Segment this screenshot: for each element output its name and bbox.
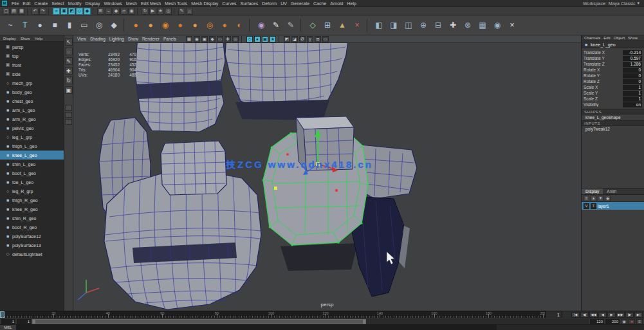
outliner-menu-help[interactable]: Help [33,37,44,41]
shelf-combine-icon[interactable]: ◨ [387,19,400,32]
move-tool[interactable]: ✚ [65,67,73,75]
paint-select-tool[interactable]: ✎ [65,57,73,65]
shelf-arnold-flat-icon[interactable]: ◐ [233,19,246,32]
shelf-arnold-volume-icon[interactable]: ◎ [203,19,216,32]
outliner-item[interactable]: ■arm_R_geo [0,115,64,124]
channel-value[interactable]: 1.286 [623,62,642,67]
layer-type-toggle[interactable]: T [591,203,596,209]
step-forward-key-button[interactable]: ▶▶ [616,312,625,318]
shapes-section-header[interactable]: SHAPES [582,109,644,115]
pt-grid-icon[interactable]: ⊞ [315,36,321,42]
outliner-item[interactable]: ■thigh_L_geo [0,142,64,151]
pt-select-camera-icon[interactable]: ▦ [186,36,192,42]
shelf-arnold-sphere-icon[interactable]: ● [129,19,142,32]
outliner-item[interactable]: ■shin_L_geo [0,160,64,169]
pt-exposure-icon[interactable]: Ø [299,36,306,42]
shelf-plane-icon[interactable]: ▭ [78,19,91,32]
selection-mask-handles-icon[interactable]: ◇ [76,8,83,15]
layout-single-pane[interactable] [65,105,72,111]
playback-speed-icon[interactable]: ◉ [621,319,627,324]
shelf-sphere-icon[interactable]: ● [33,19,46,32]
shape-node-label[interactable]: knee_L_geoShape [582,115,644,120]
undo-icon[interactable]: ↶ [32,8,39,15]
menu-display[interactable]: Display [83,1,102,6]
channel-box-menu-object[interactable]: Object [612,36,626,40]
vertex-marker-red[interactable] [335,189,338,192]
channel-value[interactable]: 1 [623,96,642,102]
menu-edit[interactable]: Edit [21,1,32,6]
menu-select[interactable]: Select [50,1,66,6]
selection-mask-joints-icon[interactable]: ◆ [84,8,91,15]
shelf-joint-icon[interactable]: ◉ [255,19,268,32]
outliner-item[interactable]: ○mech_grp [0,78,64,87]
pt-wireframe-icon[interactable]: ◇ [246,36,253,42]
outliner-item[interactable]: ▣side [0,69,64,78]
outliner-item[interactable]: ■knee_L_geo [0,151,64,160]
pt-camera-attributes-icon[interactable]: ▣ [201,36,208,42]
pt-oversampling-icon[interactable]: ◎ [232,36,239,42]
shelf-arnold-area-light-icon[interactable]: ● [144,19,157,32]
input-node-label[interactable]: polyTweak12 [582,126,644,132]
pt-resolution-gate-icon[interactable]: ▭ [322,36,329,42]
outliner-menu-show[interactable]: Show [19,37,32,41]
range-slider-bar[interactable] [32,319,589,324]
go-to-start-button[interactable]: |◀ [571,312,580,318]
scale-tool[interactable]: ▣ [65,86,73,94]
menu-file[interactable]: File [10,1,21,6]
step-back-frame-button[interactable]: ◀| [580,312,589,318]
command-line-input[interactable] [17,325,496,330]
menu-windows[interactable]: Windows [102,1,124,6]
select-by-object-icon[interactable]: ▣ [60,8,68,15]
range-slider-inner[interactable] [32,319,366,324]
move-layer-up-icon[interactable]: ▲ [591,196,596,201]
outliner-item[interactable]: ■thigh_R_geo [0,196,64,205]
paint-effects-icon[interactable]: ✎ [178,8,185,15]
pt-gamma-icon[interactable]: γ [307,36,313,42]
channel-value[interactable]: 0 [623,73,642,78]
channel-value[interactable]: 0 [623,68,642,73]
render-current-frame-icon[interactable]: ★ [157,8,164,15]
channel-box-menu-show[interactable]: Show [627,36,639,40]
save-scene-icon[interactable]: ▦ [18,8,25,15]
command-language-toggle[interactable]: MEL [0,325,17,330]
outliner-item[interactable]: ■polySurface13 [0,241,64,250]
pt-isolate-select-icon[interactable]: ◩ [284,36,290,42]
shelf-cluster-icon[interactable]: ◇ [306,19,319,32]
channel-value[interactable]: 0 [623,79,642,84]
channel-value[interactable]: 0.597 [623,56,642,61]
shelf-curves-icon[interactable]: ~ [4,19,17,32]
timeline-ticks[interactable]: 20406080100120140160180200 [0,311,545,318]
ipr-render-icon[interactable]: ◎ [165,8,172,15]
shelf-pen-icon[interactable]: ✎ [270,19,282,32]
outliner-item[interactable]: ■toe_L_geo [0,178,64,187]
auto-key-icon[interactable]: ● [629,319,635,324]
lasso-tool[interactable]: ◌ [65,48,73,55]
menu-surfaces[interactable]: Surfaces [239,1,261,6]
channel-value[interactable]: -0.214 [623,50,642,55]
outliner-item[interactable]: ■pelvis_geo [0,124,64,133]
outliner-item[interactable]: ▣persp [0,42,64,51]
mesh-side-flap[interactable] [359,145,417,199]
shelf-extrude-icon[interactable]: ⊕ [417,19,430,32]
range-handle-right[interactable] [363,320,365,324]
shelf-target-weld-icon[interactable]: ⊗ [461,19,474,32]
pt-textured-icon[interactable]: ▣ [262,36,268,42]
outliner-menu-display[interactable]: Display [1,37,18,41]
shelf-arnold-skydome-icon[interactable]: ◉ [159,19,172,32]
channel-box-object-name[interactable]: ■ knee_L_geo [582,41,644,48]
channel-value[interactable]: on [623,102,642,107]
layer-row[interactable]: VTlayer1 [582,202,644,210]
vertex-marker-red-2[interactable] [286,153,289,156]
outliner-item[interactable]: ■boot_R_geo [0,223,64,232]
menu-deform[interactable]: Deform [260,1,279,6]
pt-shaded-icon[interactable]: ● [254,36,261,42]
shelf-lattice-icon[interactable]: ⊞ [321,19,334,32]
layers-options-icon[interactable]: ≡ [584,196,589,201]
step-forward-frame-button[interactable]: |▶ [625,312,634,318]
outliner-item[interactable]: ▣top [0,51,64,60]
select-by-hierarchy-icon[interactable]: ≡ [53,8,60,15]
shelf-wrap-icon[interactable]: ▲ [336,19,349,32]
snap-to-point-icon[interactable]: ◆ [113,8,120,15]
layer-tab-display[interactable]: Display [582,188,603,194]
play-backwards-button[interactable]: ◀ [598,312,607,318]
